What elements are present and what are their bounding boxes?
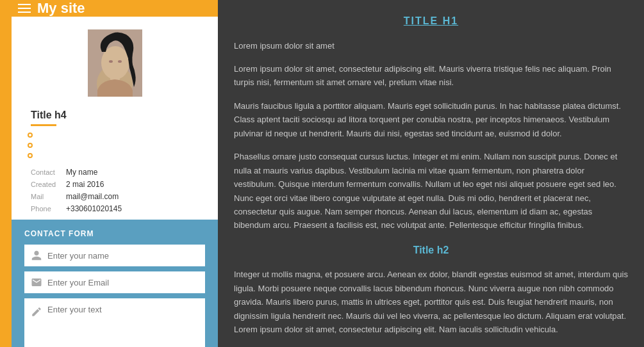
email-icon <box>31 277 42 288</box>
para4: Phasellus ornare justo consequat cursus … <box>234 150 628 232</box>
info-value-contact: My name <box>66 168 97 177</box>
main-content: TITLE H1 Lorem ipsum dolor sit amet Lore… <box>218 0 644 347</box>
title-h4-section: Title h4 <box>12 103 218 126</box>
email-field-container <box>24 271 205 293</box>
title-h4: Title h4 <box>31 109 199 121</box>
info-label-mail: Mail <box>31 193 66 200</box>
nav-dot-1[interactable] <box>28 133 33 138</box>
nav-dot-3[interactable] <box>28 153 33 158</box>
info-label-created: Created <box>31 181 66 188</box>
info-value-created: 2 mai 2016 <box>66 180 104 189</box>
contact-form-title: CONTACT FORM <box>24 229 205 238</box>
main-title: TITLE H1 <box>234 13 628 29</box>
para1: Lorem ipsum dolor sit amet <box>234 39 628 52</box>
email-input[interactable] <box>47 278 199 287</box>
profile-section <box>12 17 218 103</box>
para2: Lorem ipsum dolor sit amet, consectetur … <box>234 62 628 90</box>
sidebar-inner: My site Title <box>12 0 218 347</box>
svg-point-4 <box>109 60 113 63</box>
site-title: My site <box>37 0 85 17</box>
sidebar-wrapper: My site Title <box>0 0 218 347</box>
info-label-contact: Contact <box>31 168 66 176</box>
info-row-created: Created 2 mai 2016 <box>31 180 199 189</box>
text-field-container <box>24 298 205 347</box>
title-h2: Title h2 <box>234 242 628 259</box>
pencil-icon <box>31 306 42 318</box>
para3: Mauris faucibus ligula a porttitor aliqu… <box>234 99 628 140</box>
name-input[interactable] <box>47 251 199 261</box>
sidebar-orange-bar <box>0 0 12 347</box>
para5: Integer ut mollis magna, et posuere arcu… <box>234 268 628 336</box>
person-icon <box>31 250 42 261</box>
svg-point-5 <box>118 60 122 63</box>
text-input[interactable] <box>47 305 199 314</box>
name-field-container <box>24 245 205 266</box>
profile-image <box>88 29 142 97</box>
info-row-phone: Phone +330601020145 <box>31 204 199 213</box>
nav-dots <box>12 126 218 165</box>
hamburger-icon[interactable] <box>18 4 31 13</box>
contact-form-section: CONTACT FORM <box>12 220 218 347</box>
top-bar: My site <box>12 0 218 17</box>
info-value-mail: mail@mail.com <box>66 192 119 201</box>
nav-dot-2[interactable] <box>28 143 33 148</box>
info-value-phone: +330601020145 <box>66 204 122 213</box>
info-row-contact: Contact My name <box>31 168 199 177</box>
info-row-mail: Mail mail@mail.com <box>31 192 199 201</box>
info-table: Contact My name Created 2 mai 2016 Mail … <box>12 165 218 220</box>
info-label-phone: Phone <box>31 205 66 213</box>
